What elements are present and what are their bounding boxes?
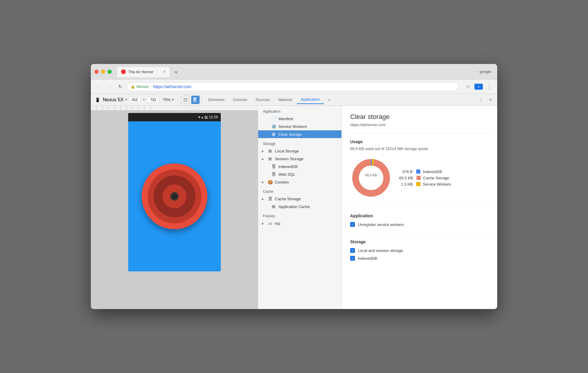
devtools-close-icon[interactable]: × [486, 96, 495, 104]
sidebar-item-manifest[interactable]: 📄 Manifest [258, 115, 342, 123]
legend-label-service-workers: Service Workers [423, 182, 451, 186]
url-bar[interactable]: 🔒 Secure | https://airhorner.com [127, 82, 459, 91]
sidebar-item-clear-storage[interactable]: 🗑 Clear storage [258, 130, 342, 138]
checkbox-icon-indexeddb[interactable]: ✓ [350, 256, 355, 261]
tab-sources[interactable]: Sources [251, 96, 274, 104]
device-toggle-icon[interactable]: 📱 [93, 96, 102, 104]
browser-menu-icon[interactable]: ⋮ [485, 82, 494, 91]
panel-url: https://airhorner.com [350, 123, 489, 133]
extension-icon[interactable]: i [474, 84, 483, 90]
service-workers-icon: ⚙️ [271, 124, 276, 129]
sidebar-item-top[interactable]: ▶ ▭ top [258, 219, 342, 227]
sidebar-item-cookies[interactable]: ▶ 🍪 Cookies [258, 178, 342, 186]
sidebar-label-indexeddb: IndexedDB [278, 164, 298, 169]
height-input[interactable] [147, 97, 159, 103]
tab-more[interactable]: » [324, 96, 334, 104]
url-prefix: https:// [153, 84, 166, 89]
battery-icon: ▨ [204, 115, 208, 119]
sidebar-label-cookies: Cookies [275, 180, 289, 184]
checkbox-unregister-sw[interactable]: ✓ Unregister service workers [350, 221, 489, 228]
expand-arrow-local: ▶ [262, 149, 265, 153]
devtools-bar: 📱 Nexus 5X ▼ × 75% ▼ ⊡ Elements Console … [91, 94, 497, 106]
storage-section: Storage ✓ Local and session storage ✓ In… [350, 239, 489, 262]
checkbox-icon-local[interactable]: ✓ [350, 248, 355, 253]
main-content: ▾ ▴ ▨ 12:29 Application [91, 106, 497, 309]
expand-arrow-cookies: ▶ [262, 181, 265, 184]
new-tab-button[interactable]: + [172, 68, 180, 77]
tab-close-button[interactable]: × [163, 69, 166, 74]
zoom-selector[interactable]: 75% ▼ [163, 97, 174, 102]
forward-button[interactable]: → [105, 82, 114, 91]
close-button[interactable] [94, 70, 99, 74]
reload-button[interactable]: ↻ [116, 82, 124, 91]
sidebar-item-service-workers[interactable]: ⚙️ Service Workers [258, 123, 342, 130]
devtools-sidebar: Application 📄 Manifest ⚙️ Service Worker… [258, 106, 342, 309]
storage-section-label: Storage [258, 138, 342, 147]
secure-text: Secure [136, 84, 148, 89]
url-text: https://airhorner.com [153, 84, 192, 89]
devtools-right-icons: ⋮ × [477, 96, 495, 104]
viewport-ruler [91, 106, 258, 111]
zoom-dropdown-arrow: ▼ [171, 98, 174, 101]
frames-section-label: Frames [258, 210, 342, 219]
indexeddb-icon: 🗄 [271, 164, 276, 169]
active-tab[interactable]: The Air Horner × [117, 66, 170, 77]
device-dropdown-arrow[interactable]: ▼ [125, 98, 128, 101]
devtools-main-panel: Clear storage https://airhorner.com Usag… [342, 106, 497, 309]
sidebar-label-session-storage: Session Storage [275, 157, 303, 161]
application-section: Application ✓ Unregister service workers [350, 213, 489, 228]
tab-elements[interactable]: Elements [204, 96, 229, 104]
device-frame-icon[interactable] [191, 96, 200, 104]
inspect-icon[interactable]: ⊡ [181, 96, 189, 104]
tab-console[interactable]: Console [229, 96, 251, 104]
sidebar-label-local-storage: Local Storage [275, 149, 299, 153]
sidebar-label-cache-storage: Cache Storage [275, 197, 301, 201]
manifest-icon: 📄 [271, 116, 276, 121]
maximize-button[interactable] [108, 70, 112, 74]
viewport-panel: ▾ ▴ ▨ 12:29 [91, 106, 258, 309]
minimize-button[interactable] [101, 70, 105, 74]
checkbox-icon-sw[interactable]: ✓ [350, 222, 355, 227]
checkbox-local-session[interactable]: ✓ Local and session storage [350, 247, 489, 254]
svg-rect-1 [194, 98, 195, 100]
lock-icon: 🔒 [131, 85, 135, 89]
bookmark-icon[interactable]: ☆ [464, 82, 472, 91]
sidebar-item-local-storage[interactable]: ▶ ⊞ Local Storage [258, 147, 342, 155]
sidebar-item-cache-storage[interactable]: ▶ 🗄 Cache Storage [258, 195, 342, 203]
traffic-lights [94, 70, 112, 74]
zoom-value: 75% [163, 97, 170, 102]
devtools-menu-icon[interactable]: ⋮ [477, 96, 485, 104]
vinyl-center [172, 194, 177, 198]
checkbox-label-local: Local and session storage [358, 248, 403, 253]
application-section-label: Application [258, 106, 342, 115]
browser-window: The Air Horner × + google ← → ↻ 🔒 Secure… [91, 64, 497, 309]
address-bar: ← → ↻ 🔒 Secure | https://airhorner.com ☆… [91, 80, 497, 94]
wifi-icon: ▾ [198, 115, 200, 119]
legend-color-indexeddb [416, 169, 420, 174]
width-input[interactable] [129, 97, 141, 103]
title-bar: The Air Horner × + google [91, 64, 497, 80]
application-heading: Application [350, 213, 489, 218]
legend: 676 B IndexedDB 65.0 KB Cache Storage 1.… [399, 169, 451, 186]
clear-storage-icon: 🗑 [271, 132, 276, 137]
local-storage-icon: ⊞ [268, 149, 272, 153]
frame-icon: ▭ [268, 221, 272, 226]
sidebar-item-web-sql[interactable]: 🗄 Web SQL [258, 170, 342, 178]
checkbox-indexeddb[interactable]: ✓ IndexedDB [350, 254, 489, 262]
tab-application[interactable]: Application [297, 95, 324, 104]
sidebar-item-indexeddb[interactable]: 🗄 IndexedDB [258, 163, 342, 170]
divider [350, 234, 489, 235]
sidebar-label-web-sql: Web SQL [278, 172, 295, 177]
legend-value-indexeddb: 676 B [399, 169, 413, 174]
sidebar-item-application-cache[interactable]: ⊞ Application Cache [258, 203, 342, 210]
dimension-separator: × [143, 98, 145, 102]
legend-item-cache-storage: 65.0 KB Cache Storage [399, 176, 451, 180]
signal-icon: ▴ [201, 115, 203, 119]
web-sql-icon: 🗄 [271, 172, 276, 177]
device-name: Nexus 5X [103, 97, 123, 103]
back-button[interactable]: ← [94, 82, 103, 91]
svg-point-5 [359, 166, 383, 190]
sidebar-label-top: top [275, 221, 280, 226]
tab-network[interactable]: Network [274, 96, 297, 104]
sidebar-item-session-storage[interactable]: ▶ ⊞ Session Storage [258, 155, 342, 163]
